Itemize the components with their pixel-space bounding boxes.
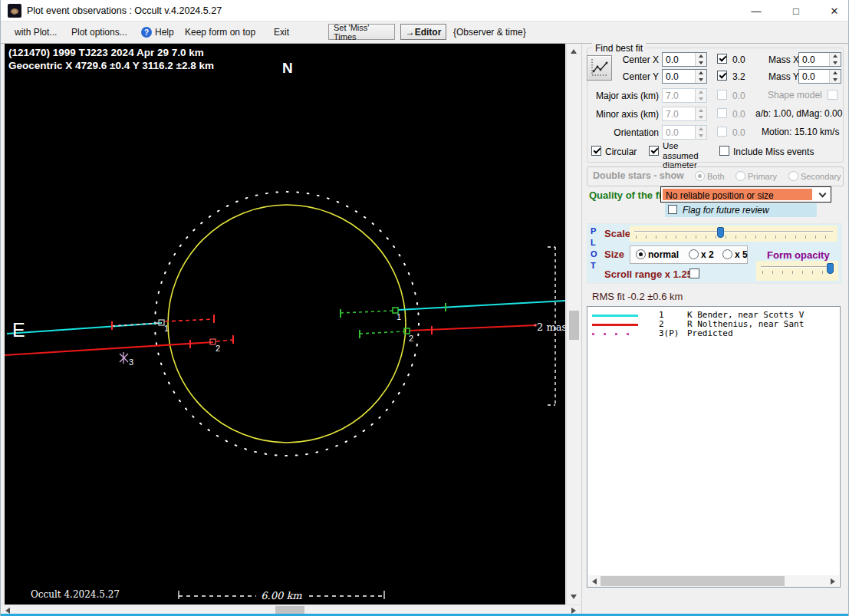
minor-axis-label: Minor axis (km) (587, 109, 659, 120)
minor-axis-fit-checkbox (717, 108, 727, 118)
scroll-down-icon[interactable] (571, 595, 577, 599)
plot-canvas: (121470) 1999 TJ223 2024 Apr 29 7.0 km G… (5, 44, 565, 604)
size-normal-label: normal (648, 249, 679, 260)
double-stars-primary-label: Primary (748, 172, 777, 181)
scale-slider-thumb[interactable] (717, 227, 724, 238)
occultation-plot[interactable]: (121470) 1999 TJ223 2024 Apr 29 7.0 km G… (5, 44, 565, 604)
find-best-fit-caption: Find best fit (592, 43, 646, 54)
chord-2-label-left: 2 (216, 344, 220, 353)
minimize-button[interactable]: — (739, 0, 774, 21)
use-assumed-diameter-checkbox[interactable] (649, 146, 659, 156)
plot-letter-o: O (591, 249, 597, 259)
mass-y-spinner[interactable]: 0.0 (798, 69, 841, 84)
double-stars-primary-radio (735, 171, 745, 181)
quality-of-fit-label: Quality of the fit (589, 189, 665, 201)
form-opacity-label: Form opacity (767, 249, 830, 261)
legend-name: Predicted (687, 329, 733, 338)
plot-vscrollbar[interactable] (566, 44, 581, 604)
circular-checkbox[interactable] (591, 146, 601, 156)
mass-x-label: Mass X (768, 54, 799, 65)
menu-keep-on-top[interactable]: Keep form on top (185, 27, 255, 38)
legend-scroll-right-icon[interactable] (831, 578, 835, 585)
scale-slider[interactable] (630, 226, 837, 242)
predicted-label: 3 (129, 357, 133, 367)
scale-slider-track (634, 231, 833, 232)
plot-letter-p: P (591, 226, 596, 236)
legend-hscrollbar[interactable] (588, 575, 839, 587)
set-miss-times-button[interactable]: Set 'Miss' Times (328, 24, 395, 40)
chord-2-reappearance-uncertainty (360, 328, 410, 338)
legend-scroll-left-icon[interactable] (592, 578, 597, 585)
legend-row-2[interactable]: 2 R Nolthenius, near Sant (587, 320, 840, 329)
asteroid-icon (8, 4, 21, 18)
form-opacity-slider-thumb[interactable] (827, 263, 834, 274)
size-label: Size (604, 249, 624, 260)
major-axis-fit-checkbox (717, 90, 727, 100)
menu-with-plot[interactable]: with Plot... (15, 27, 57, 38)
scroll-up-icon[interactable] (571, 49, 577, 54)
scale-slider-ticks (636, 236, 831, 239)
east-label: E (12, 319, 25, 341)
mass-x-spinner[interactable]: 0.0 (798, 52, 841, 67)
menu-bar: with Plot... Plot options... ? Help Keep… (1, 21, 849, 44)
size-x2-label: x 2 (701, 249, 714, 260)
predicted-swatch (592, 333, 638, 335)
menu-help[interactable]: Help (155, 27, 174, 38)
chord-1-swatch (592, 315, 638, 317)
chord-1-label-right: 1 (397, 312, 401, 321)
include-miss-events-checkbox[interactable] (719, 146, 729, 156)
scale-label: Scale (604, 228, 630, 239)
center-y-label: Center Y (587, 71, 659, 82)
legend-row-1[interactable]: 1 K Bender, near Scotts V (587, 311, 840, 320)
form-opacity-slider-ticks (762, 271, 832, 274)
chord-1-reappearance-uncertainty (341, 303, 446, 318)
form-opacity-slider[interactable] (756, 261, 838, 281)
size-x5-radio[interactable] (722, 249, 732, 259)
legend-hscrollbar-thumb[interactable] (601, 576, 785, 586)
plot-letter-t: T (591, 261, 596, 270)
double-stars-both-label: Both (707, 172, 725, 181)
center-x-fit-checkbox[interactable] (717, 54, 727, 64)
plot-vscrollbar-thumb[interactable] (569, 311, 579, 340)
flag-review-checkbox[interactable] (668, 205, 677, 214)
menu-exit[interactable]: Exit (274, 27, 289, 38)
north-label: N (282, 60, 293, 76)
maximize-button[interactable]: □ (778, 0, 814, 21)
quality-of-fit-combobox[interactable]: No reliable position or size (660, 186, 831, 203)
double-stars-both-radio (695, 171, 705, 181)
center-y-spinner[interactable]: 0.0 (662, 69, 707, 84)
form-opacity-slider-track (761, 266, 834, 268)
rms-fit-label: RMS fit -0.2 ±0.6 km (592, 291, 683, 302)
asteroid-limb-circle (168, 205, 406, 443)
scroll-range-label: Scroll range x 1.25 (604, 268, 693, 280)
shape-model-label: Shape model (768, 90, 821, 100)
plot-title-line1: (121470) 1999 TJ223 2024 Apr 29 7.0 km (8, 47, 204, 58)
center-x-fit-value: 0.0 (732, 54, 745, 65)
mas-scale-label: 2 mas (537, 321, 565, 333)
scroll-right-icon[interactable] (571, 608, 576, 614)
chevron-down-icon (819, 190, 827, 198)
motion-label: Motion: 15.10 km/s (762, 127, 839, 137)
size-x5-label: x 5 (735, 249, 748, 260)
menu-plot-options[interactable]: Plot options... (71, 27, 127, 38)
shape-model-checkbox (828, 90, 837, 100)
size-normal-radio[interactable] (636, 249, 646, 259)
plot-title-line2: Geocentric X 4729.6 ±0.4 Y 3116.2 ±2.8 k… (8, 60, 214, 71)
chord-2-swatch (592, 324, 638, 326)
ab-dmag-label: a/b: 1.00, dMag: 0.00 (755, 108, 842, 119)
size-x2-radio[interactable] (689, 249, 699, 259)
legend-row-3[interactable]: 3(P) Predicted (587, 329, 840, 338)
minor-axis-fit-value: 0.0 (732, 109, 745, 120)
minimize-icon: — (752, 5, 762, 17)
center-y-fit-checkbox[interactable] (717, 71, 727, 81)
chord-1-disappearance-uncertainty (112, 315, 214, 330)
close-button[interactable]: ✕ (817, 0, 849, 21)
scroll-range-checkbox[interactable] (689, 268, 699, 278)
quality-of-fit-value: No reliable position or size (663, 189, 812, 200)
editor-button[interactable]: →Editor (400, 24, 446, 40)
orientation-spinner: 0.0 (662, 125, 707, 140)
scroll-left-icon[interactable] (5, 608, 10, 614)
center-x-spinner[interactable]: 0.0 (662, 52, 707, 67)
include-miss-events-label: Include Miss events (733, 147, 814, 157)
km-scale-label: 6.00 km (261, 590, 302, 601)
